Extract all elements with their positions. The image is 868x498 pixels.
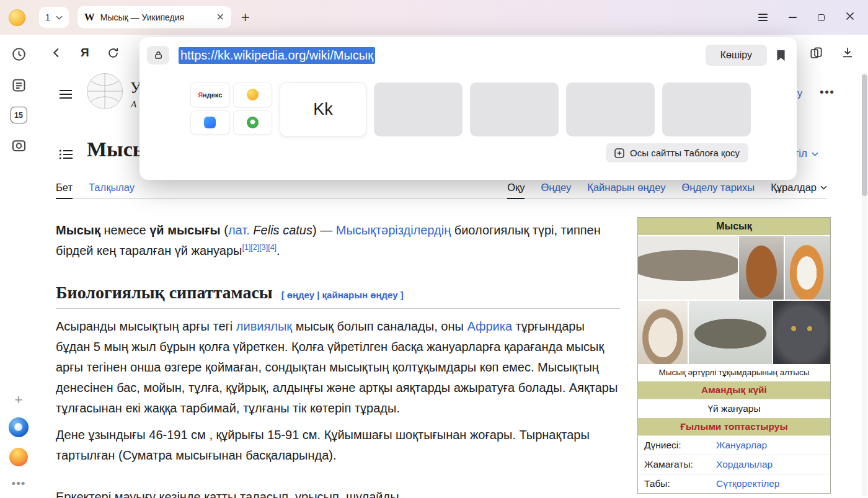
wikipedia-tagline-partial: A (131, 99, 136, 110)
contents-list-icon[interactable] (59, 149, 73, 162)
section-title: Биологиялық сипаттамасы (56, 283, 273, 303)
site-security-button[interactable] (147, 46, 169, 64)
paragraph-3: Еркектері мауығу кезінде қатты таласып, … (56, 487, 619, 498)
tab-talk[interactable]: Талқылау (89, 182, 135, 198)
wiki-menu-icon[interactable] (59, 89, 73, 102)
infobox-caption: Мысық әртүрлі тұқымдарының алтысы (638, 364, 830, 381)
tab-title: Мысық — Уикипедия (100, 12, 211, 22)
downloads-icon[interactable] (841, 46, 854, 60)
screenshot-icon[interactable] (9, 136, 28, 154)
cat-photo-abyssinian[interactable] (739, 236, 784, 300)
services-logo[interactable] (9, 448, 28, 466)
tab-history[interactable]: Өңделу тарихы (681, 182, 755, 198)
infobox-status-header: Амандық күйі (638, 381, 830, 399)
profile-avatar[interactable] (9, 9, 25, 26)
browser-tab-active[interactable]: W Мысық — Уикипедия ✕ (78, 6, 231, 29)
infobox-taxonomy-header: Ғылыми топтастыруы (638, 418, 830, 435)
messenger-service-tile[interactable] (190, 110, 230, 135)
section-edit-links[interactable]: [ өңдеу | қайнарын өңдеу ] (281, 290, 404, 300)
sidebar-add-icon[interactable]: + (15, 393, 23, 407)
tabs-panel-button[interactable]: 15 (11, 107, 27, 123)
yandex-browser-logo[interactable] (9, 417, 29, 437)
yandex-search-icon[interactable]: Я (81, 46, 89, 60)
cat-photo-white-orange[interactable] (785, 236, 830, 300)
tab-read[interactable]: Оқу (507, 182, 525, 199)
new-tab-button[interactable]: + (241, 10, 250, 25)
tab-tools[interactable]: Құралдар (771, 182, 827, 198)
tablo-empty-tile[interactable] (662, 82, 751, 136)
header-more-icon[interactable]: ••• (820, 86, 835, 99)
add-to-tablo-button[interactable]: Осы сайтты Таблоға қосу (606, 143, 748, 162)
taxonomy-link[interactable]: Сүтқоректілер (716, 478, 779, 489)
green-service-icon (247, 117, 259, 128)
infobox: Мысық Мысық әртүрлі тұқымдарының алтысы … (637, 217, 831, 494)
services-tile-group: Яндекс (190, 82, 272, 135)
messenger-icon (204, 117, 216, 128)
taxonomy-link[interactable]: Жануарлар (716, 440, 767, 451)
cat-photo-tabby-walking[interactable] (689, 301, 772, 364)
sidebar-more-icon[interactable]: ••• (12, 477, 26, 491)
browser-window: 1 W Мысық — Уикипедия ✕ + (0, 0, 868, 498)
green-service-tile[interactable] (233, 110, 273, 135)
smiley-icon (247, 89, 259, 100)
history-icon[interactable] (9, 45, 28, 63)
header-link-partial[interactable]: у (797, 88, 802, 99)
tablo-tile-kk[interactable]: Kk (280, 82, 366, 136)
browser-menu-icon[interactable] (758, 14, 768, 21)
cat-photo-gray[interactable] (773, 301, 830, 364)
taxonomy-row: Жамағаты: Хордалылар (638, 455, 830, 474)
taxonomy-link[interactable]: Хордалылар (716, 459, 773, 470)
cat-photo-tabby-lying[interactable] (638, 236, 738, 300)
tab-counter-label: 1 (45, 12, 50, 22)
url-row: https://kk.wikipedia.org/wiki/Мысық Көші… (140, 37, 797, 66)
wikipedia-favicon: W (84, 11, 95, 24)
close-window-button[interactable] (846, 12, 854, 23)
intro-paragraph: Мысық немесе үй мысығы (лат. Felis catus… (56, 220, 618, 261)
tab-edit[interactable]: Өңдеу (541, 182, 571, 198)
collections-icon[interactable] (809, 46, 823, 60)
url-input[interactable]: https://kk.wikipedia.org/wiki/Мысық (179, 47, 375, 64)
scrollbar-thumb[interactable] (862, 74, 867, 196)
tablo-empty-tile[interactable] (566, 82, 655, 136)
scrollbar-track[interactable] (862, 72, 867, 497)
tablo-empty-tile[interactable] (470, 82, 559, 136)
sidebar-bottom: + ••• (9, 393, 29, 491)
paragraph-2: Дене ұзындығы 46-191 см , құйрығы 15-91 … (56, 425, 619, 466)
back-icon[interactable] (50, 46, 63, 60)
infobox-photo-grid (638, 235, 830, 364)
section-heading: Биологиялық сипаттамасы [ өңдеу | қайнар… (56, 283, 620, 309)
bookmark-icon[interactable] (776, 50, 786, 61)
infobox-status-value: Үй жануары (638, 399, 830, 418)
paragraph-1: Асыранды мысықтың арғы тегі ливиялық мыс… (56, 316, 619, 419)
tab-edit-source[interactable]: Қайнарын өңдеу (587, 182, 665, 198)
cat-photo-siamese[interactable] (638, 301, 688, 364)
window-controls (758, 12, 854, 23)
reload-icon[interactable] (107, 47, 120, 60)
tablo-tiles: Яндекс Kk (140, 82, 797, 136)
tablo-empty-tile[interactable] (374, 82, 463, 136)
chevron-down-icon (56, 16, 63, 20)
titlebar: 1 W Мысық — Уикипедия ✕ + (0, 0, 868, 35)
tab-counter-button[interactable]: 1 (39, 7, 69, 28)
omnibox-panel: https://kk.wikipedia.org/wiki/Мысық Көші… (140, 37, 797, 180)
infobox-title: Мысық (638, 218, 830, 235)
minimize-button[interactable] (789, 17, 797, 18)
taxonomy-row: Табы: Сүтқоректілер (638, 474, 830, 493)
yandex-service-tile[interactable]: Яндекс (190, 82, 230, 107)
sidebar: 15 + ••• (0, 35, 37, 498)
tab-article[interactable]: Бет (56, 182, 73, 199)
feed-icon[interactable] (9, 76, 28, 94)
smiley-service-tile[interactable] (233, 82, 273, 107)
copy-url-button[interactable]: Көшіру (706, 45, 767, 66)
page-tabs: Бет Талқылау Оқу Өңдеу Қайнарын өңдеу Өң… (56, 179, 827, 199)
wikipedia-logo[interactable] (86, 72, 124, 113)
maximize-button[interactable] (818, 14, 825, 21)
taxonomy-row: Дүниесі: Жануарлар (638, 435, 830, 455)
close-tab-icon[interactable]: ✕ (216, 12, 224, 22)
